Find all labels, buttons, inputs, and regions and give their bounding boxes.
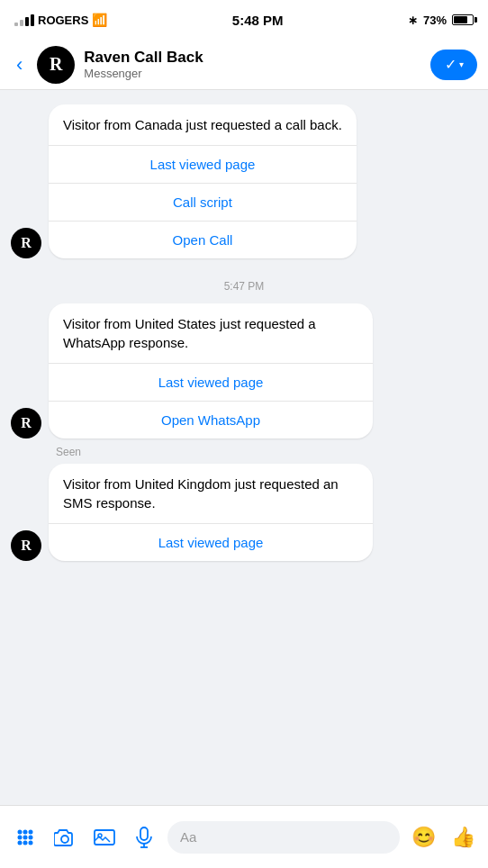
chat-subtitle: Messenger [84, 67, 421, 80]
chevron-down-icon: ▾ [459, 59, 464, 69]
avatar-2: R [11, 408, 41, 439]
bottom-toolbar: Aa 😊 👍 [0, 805, 488, 868]
thumbs-up-icon[interactable]: 👍 [447, 821, 479, 854]
wifi-icon: 📶 [92, 13, 107, 27]
emoji-icon[interactable]: 😊 [407, 821, 439, 854]
back-button[interactable]: ‹ [11, 50, 28, 80]
svg-point-0 [18, 829, 23, 834]
svg-point-5 [29, 835, 33, 839]
message-bubble: Visitor from Canada just requested a cal… [49, 104, 357, 258]
svg-point-6 [18, 840, 23, 845]
open-whatsapp-button[interactable]: Open WhatsApp [49, 401, 373, 439]
last-viewed-page-button-2[interactable]: Last viewed page [49, 363, 373, 401]
header-avatar: R [37, 46, 75, 84]
status-left: ROGERS 📶 [14, 13, 107, 27]
carrier-label: ROGERS [38, 14, 88, 27]
last-viewed-page-button-3[interactable]: Last viewed page [49, 523, 373, 561]
battery-pct-label: 73% [423, 14, 447, 27]
svg-rect-12 [140, 827, 148, 840]
svg-point-2 [29, 829, 33, 834]
svg-point-4 [23, 835, 28, 839]
message-group-3: R Visitor from United Kingdom just reque… [11, 464, 477, 561]
grid-icon[interactable] [9, 821, 41, 854]
camera-icon[interactable] [49, 821, 81, 854]
svg-point-8 [29, 840, 33, 845]
chat-title: Raven Call Back [84, 49, 421, 67]
message-text-3: Visitor from United Kingdom just request… [49, 464, 373, 523]
bluetooth-icon: ∗ [408, 14, 418, 27]
svg-point-3 [18, 835, 23, 839]
chat-area: R Visitor from Canada just requested a c… [0, 90, 488, 805]
avatar: R [11, 228, 41, 258]
header-info: Raven Call Back Messenger [84, 49, 421, 80]
battery-icon [452, 14, 474, 25]
seen-label: Seen [11, 446, 477, 458]
status-bar: ROGERS 📶 5:48 PM ∗ 73% [0, 0, 488, 40]
svg-point-7 [23, 840, 28, 845]
checkmark-icon: ✓ [445, 56, 456, 73]
chat-header: ‹ R Raven Call Back Messenger ✓ ▾ [0, 40, 488, 90]
status-time: 5:48 PM [232, 13, 284, 28]
signal-icon [14, 14, 34, 26]
message-bubble-2: Visitor from United States just requeste… [49, 303, 373, 439]
microphone-icon[interactable] [128, 821, 160, 854]
message-group: R Visitor from Canada just requested a c… [11, 104, 477, 258]
message-input[interactable]: Aa [167, 821, 400, 854]
message-text: Visitor from Canada just requested a cal… [49, 104, 357, 145]
status-right: ∗ 73% [408, 14, 474, 27]
timestamp-1: 5:47 PM [11, 280, 477, 293]
svg-point-1 [23, 829, 28, 834]
input-placeholder: Aa [180, 829, 196, 845]
message-text-2: Visitor from United States just requeste… [49, 303, 373, 363]
message-group-2: R Visitor from United States just reques… [11, 303, 477, 439]
photo-icon[interactable] [88, 821, 121, 854]
last-viewed-page-button-1[interactable]: Last viewed page [49, 145, 357, 183]
svg-point-9 [61, 836, 68, 843]
action-button[interactable]: ✓ ▾ [430, 50, 477, 80]
call-script-button[interactable]: Call script [49, 183, 357, 221]
message-bubble-3: Visitor from United Kingdom just request… [49, 464, 373, 561]
avatar-3: R [11, 530, 41, 561]
open-call-button[interactable]: Open Call [49, 221, 357, 258]
